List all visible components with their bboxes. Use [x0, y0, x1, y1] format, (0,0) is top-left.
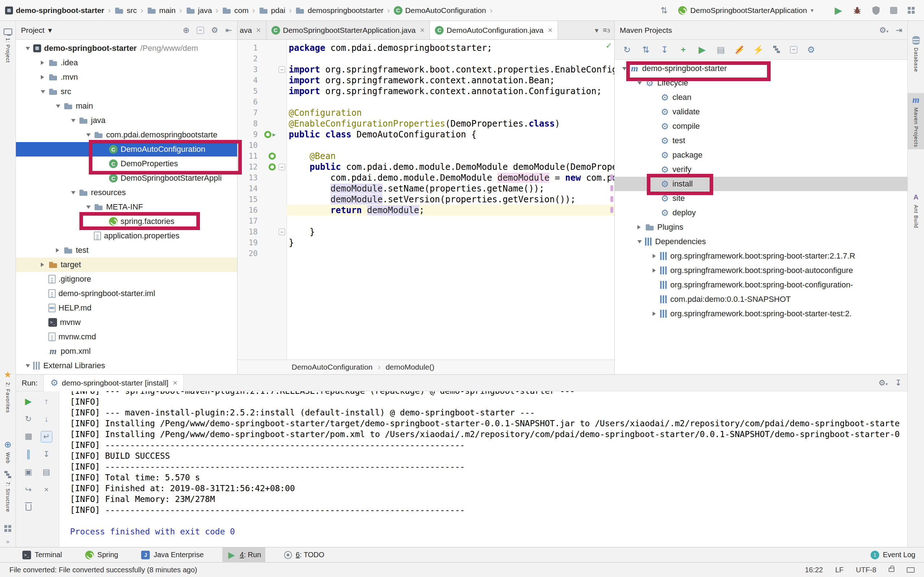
print-icon[interactable]: ▤	[41, 466, 52, 478]
down-stack-icon[interactable]: ↓	[41, 413, 52, 425]
expand-arrow-icon[interactable]	[649, 268, 660, 272]
maven-tree-item[interactable]: org.springframework.boot:spring-boot-aut…	[615, 263, 908, 278]
rerun-button[interactable]: ▶	[23, 396, 34, 407]
trash-icon[interactable]	[23, 501, 34, 513]
tool-button-project[interactable]: 1: Project	[0, 25, 16, 65]
expand-arrow-icon[interactable]	[23, 47, 33, 50]
project-tree-item[interactable]: MDHELP.md	[16, 301, 237, 315]
download-button[interactable]: ↧	[659, 45, 670, 55]
locate-file-icon[interactable]: ⊕	[183, 26, 189, 35]
code-editor[interactable]: 1package com.pdai.demospringbootstarter;…	[237, 40, 614, 359]
screen-icon[interactable]	[907, 567, 914, 573]
run-line-icon[interactable]: ▶	[273, 129, 276, 140]
skip-tests-button[interactable]: ⚡	[735, 45, 745, 55]
expand-arrow-icon[interactable]	[634, 240, 645, 243]
add-button[interactable]: +	[678, 45, 688, 55]
code-line[interactable]: 2	[237, 53, 614, 64]
project-tree-item[interactable]: application.properties	[16, 229, 237, 243]
chevron-down-icon[interactable]: ▾	[595, 26, 598, 35]
maven-tree-item[interactable]: ⚙package	[615, 148, 908, 162]
code-line[interactable]: 5import org.springframework.context.anno…	[237, 86, 614, 97]
breadcrumb-item[interactable]: java	[186, 6, 212, 15]
fold-marker-icon[interactable]: −	[279, 66, 285, 73]
maven-tree-item[interactable]: org.springframework.boot:spring-boot-sta…	[615, 249, 908, 263]
close-icon[interactable]: ×	[420, 26, 425, 35]
code-line[interactable]: 19}	[237, 237, 614, 248]
tool-button-maven-projects[interactable]: mMaven Projects	[908, 93, 924, 149]
refresh-icon[interactable]: ↻	[23, 413, 34, 425]
close-icon[interactable]: ×	[173, 378, 178, 388]
project-tree-item[interactable]: .gitignore	[16, 272, 237, 286]
clear-console-icon[interactable]: ×	[41, 484, 52, 495]
breadcrumb-item[interactable]: main	[147, 6, 176, 15]
maven-tree-item[interactable]: org.springframework.boot:spring-boot-sta…	[615, 306, 908, 321]
project-tree-item[interactable]: CDemoProperties	[16, 156, 237, 171]
maven-tree-item[interactable]: org.springframework.boot:spring-boot-con…	[615, 278, 908, 292]
snapshot-icon[interactable]: ▣	[23, 466, 34, 478]
breadcrumb-item[interactable]: src	[115, 6, 137, 15]
code-line[interactable]: 6	[237, 97, 614, 108]
tool-button-web[interactable]: ⊕Web	[0, 438, 16, 466]
project-tree-item[interactable]: .idea	[16, 56, 237, 70]
hide-panel-icon[interactable]: ⇥	[896, 26, 902, 35]
maven-tree-item[interactable]: ⚙site	[615, 191, 908, 206]
code-line[interactable]: 4import org.springframework.context.anno…	[237, 75, 614, 86]
breadcrumb-item[interactable]: demo-springboot-starter	[5, 6, 104, 15]
code-line[interactable]: 16 return demoModule;	[237, 205, 614, 216]
grid-icon[interactable]	[3, 524, 13, 533]
expand-arrow-icon[interactable]	[37, 61, 48, 65]
stop-button[interactable]	[23, 431, 34, 443]
editor-tab[interactable]: ava×	[237, 21, 267, 39]
maven-tree-item[interactable]: Dependencies	[615, 234, 908, 249]
tool-window-button-terminal[interactable]: >_Terminal	[18, 548, 66, 562]
code-line[interactable]: 18− }	[237, 226, 614, 237]
code-line[interactable]: 12− public com.pdai.demo.module.DemoModu…	[237, 161, 614, 172]
inspection-status-icon[interactable]: ✓	[606, 41, 612, 50]
project-tree-item[interactable]: mpom.xml	[16, 344, 237, 358]
gear-icon[interactable]: ⚙▾	[879, 378, 888, 388]
project-tree-item[interactable]: target	[16, 258, 237, 272]
breadcrumb-item[interactable]: pdai	[259, 6, 286, 15]
tool-button-ant-build[interactable]: AAnt Build	[908, 190, 924, 230]
hierarchy-button[interactable]	[772, 44, 782, 55]
project-tree-item[interactable]: CDemoSpringbootStarterAppli	[16, 171, 237, 185]
editor-breadcrumb-item[interactable]: demoModule()	[386, 363, 434, 371]
project-tree-item[interactable]: META-INF	[16, 200, 237, 214]
project-tree-item[interactable]: com.pdai.demospringbootstarte	[16, 128, 237, 142]
expand-arrow-icon[interactable]	[53, 248, 63, 253]
code-line[interactable]: 8@EnableConfigurationProperties(DemoProp…	[237, 118, 614, 129]
tool-button-database[interactable]: Database	[908, 34, 924, 74]
project-tree-item[interactable]: External Libraries	[16, 358, 237, 373]
hide-panel-icon[interactable]: ⇤	[226, 26, 232, 35]
maven-tree-item[interactable]: ⚙deploy	[615, 206, 908, 220]
tool-window-button--run[interactable]: ▶4: Run	[222, 548, 265, 562]
collapse-button[interactable]: −	[790, 46, 797, 53]
expand-arrow-icon[interactable]	[23, 364, 33, 367]
project-tree-item[interactable]: mvnw.cmd	[16, 330, 237, 344]
code-line[interactable]: 11 @Bean	[237, 151, 614, 161]
tool-button--favorites[interactable]: ★2: Favorites	[0, 368, 16, 415]
expand-arrow-icon[interactable]	[37, 75, 48, 79]
maven-tree-item[interactable]: Plugins	[615, 220, 908, 234]
up-stack-icon[interactable]: ↑	[41, 396, 52, 407]
fold-marker-icon[interactable]: −	[279, 164, 285, 170]
stop-button[interactable]	[890, 7, 897, 14]
event-log-button[interactable]: 1Event Log	[871, 551, 915, 559]
spring-bean-icon[interactable]	[268, 163, 276, 171]
maven-tree-item[interactable]: ⚙compile	[615, 119, 908, 134]
code-line[interactable]: 17	[237, 216, 614, 226]
code-line[interactable]: 15 demoModule.setVersion(properties.getV…	[237, 194, 614, 205]
expand-arrow-icon[interactable]	[53, 105, 63, 108]
expand-arrow-icon[interactable]	[649, 311, 660, 316]
gear-icon[interactable]: ⚙▾	[879, 26, 888, 35]
tool-window-button--todo[interactable]: 6: TODO	[280, 548, 328, 562]
soft-wrap-toggle[interactable]: ↵	[41, 431, 52, 443]
code-line[interactable]: 20	[237, 248, 614, 259]
maven-tree-item[interactable]: ⚙test	[615, 134, 908, 148]
line-separator-indicator[interactable]: LF	[835, 566, 843, 574]
code-line[interactable]: 14 demoModule.setName(properties.getName…	[237, 183, 614, 194]
breadcrumb-item[interactable]: com	[222, 6, 249, 15]
error-stripe-mark[interactable]	[611, 207, 613, 213]
expand-arrow-icon[interactable]	[37, 263, 48, 267]
tab-list-icon[interactable]: ≡3	[603, 26, 610, 34]
